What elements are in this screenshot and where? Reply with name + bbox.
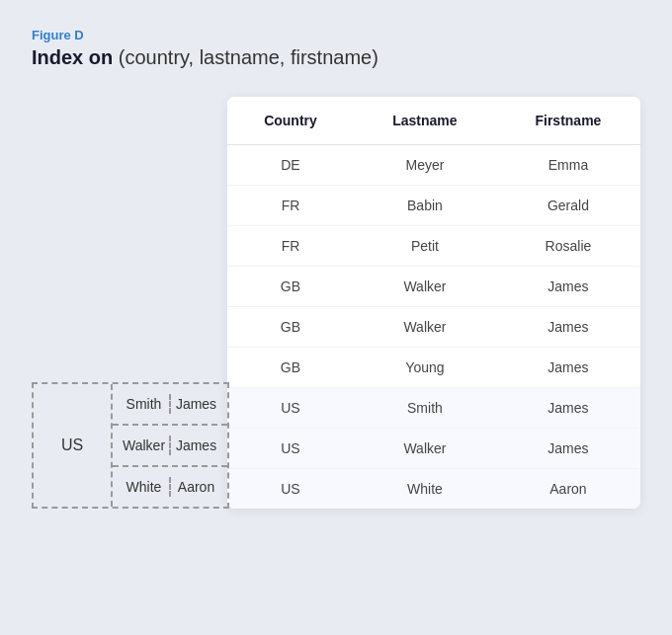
cell-lastname-1: Babin	[354, 186, 496, 226]
content-area: US Smith James Walker James White Aaron	[32, 97, 640, 509]
dashed-lastname-0: Smith	[119, 394, 169, 414]
table-row: FRPetitRosalie	[227, 226, 640, 267]
cell-lastname-8: White	[354, 469, 496, 510]
cell-country-3: GB	[227, 267, 354, 307]
cell-firstname-4: James	[496, 307, 640, 348]
table-row: DEMeyerEmma	[227, 145, 640, 186]
cell-firstname-8: Aaron	[496, 469, 640, 510]
table-row: GBWalkerJames	[227, 307, 640, 348]
cell-lastname-2: Petit	[354, 226, 496, 267]
table-row: GBWalkerJames	[227, 267, 640, 307]
cell-country-5: GB	[227, 348, 354, 388]
cell-firstname-7: James	[496, 429, 640, 469]
cell-lastname-0: Meyer	[354, 145, 496, 186]
cell-country-8: US	[227, 469, 354, 510]
page-title: Index on (country, lastname, firstname)	[32, 46, 640, 69]
cell-country-0: DE	[227, 145, 354, 186]
dashed-row: US Smith James Walker James White Aaron	[34, 384, 227, 507]
table-row: USWalkerJames	[227, 429, 640, 469]
dashed-firstname-0: James	[169, 394, 221, 414]
cell-firstname-5: James	[496, 348, 640, 388]
table-row: USSmithJames	[227, 388, 640, 429]
table-row: GBYoungJames	[227, 348, 640, 388]
cell-firstname-1: Gerald	[496, 186, 640, 226]
dashed-right-rows: Smith James Walker James White Aaron	[113, 384, 227, 507]
dashed-lastname-1: Walker	[119, 436, 169, 455]
dashed-firstname-1: James	[169, 436, 221, 455]
dashed-country-cell: US	[34, 384, 113, 507]
table-header-row: Country Lastname Firstname	[227, 97, 640, 145]
cell-firstname-0: Emma	[496, 145, 640, 186]
cell-firstname-6: James	[496, 388, 640, 429]
cell-lastname-5: Young	[354, 348, 496, 388]
cell-firstname-3: James	[496, 267, 640, 307]
cell-lastname-3: Walker	[354, 267, 496, 307]
title-bold: Index on	[32, 46, 113, 68]
table-row: USWhiteAaron	[227, 469, 640, 510]
dashed-data-row: Smith James	[113, 384, 227, 426]
index-table: Country Lastname Firstname DEMeyerEmmaFR…	[227, 97, 640, 509]
dashed-outer: US Smith James Walker James White Aaron	[32, 382, 229, 509]
cell-firstname-2: Rosalie	[496, 226, 640, 267]
col-header-country: Country	[227, 97, 354, 145]
dashed-index-box: US Smith James Walker James White Aaron	[32, 382, 229, 509]
cell-lastname-7: Walker	[354, 429, 496, 469]
dashed-data-row: Walker James	[113, 426, 227, 467]
main-table-wrapper: Country Lastname Firstname DEMeyerEmmaFR…	[227, 97, 640, 509]
table-row: FRBabinGerald	[227, 186, 640, 226]
cell-country-7: US	[227, 429, 354, 469]
dashed-data-row: White Aaron	[113, 467, 227, 507]
title-rest: (country, lastname, firstname)	[113, 46, 378, 68]
cell-lastname-6: Smith	[354, 388, 496, 429]
dashed-lastname-2: White	[119, 477, 169, 497]
dashed-firstname-2: Aaron	[169, 477, 221, 497]
page: Figure D Index on (country, lastname, fi…	[0, 0, 672, 635]
cell-country-4: GB	[227, 307, 354, 348]
cell-country-2: FR	[227, 226, 354, 267]
figure-label: Figure D	[32, 28, 640, 42]
cell-country-6: US	[227, 388, 354, 429]
cell-lastname-4: Walker	[354, 307, 496, 348]
col-header-firstname: Firstname	[496, 97, 640, 145]
cell-country-1: FR	[227, 186, 354, 226]
col-header-lastname: Lastname	[354, 97, 496, 145]
